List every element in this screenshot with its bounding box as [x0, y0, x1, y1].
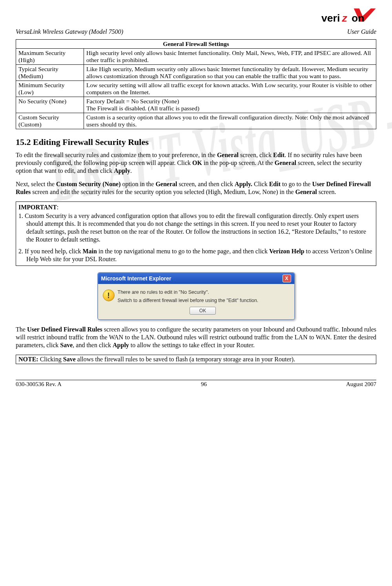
- section-para-1: To edit the firewall security rules and …: [16, 151, 376, 175]
- footer-center: 96: [201, 381, 207, 388]
- row-label: Maximum Security (High): [16, 49, 84, 65]
- text: to go to the: [281, 181, 312, 187]
- note-label: NOTE:: [18, 356, 38, 363]
- page-footer: 030-300536 Rev. A 96 August 2007: [16, 380, 376, 388]
- row-desc: Low security setting will allow all traf…: [84, 81, 376, 97]
- text: Next, select the: [16, 181, 56, 187]
- bold-text: Apply: [114, 167, 130, 174]
- row-label: No Security (None): [16, 97, 84, 113]
- ie-alert-dialog: Microsoft Internet Explorer X ! There ar…: [97, 272, 295, 320]
- row-desc: Custom is a security option that allows …: [84, 113, 376, 129]
- table-row: Minimum Security (Low) Low security sett…: [16, 81, 376, 97]
- firewall-settings-table: General Firewall Settings Maximum Securi…: [16, 39, 376, 129]
- row-desc: High security level only allows basic In…: [84, 49, 376, 65]
- text: The: [16, 326, 27, 333]
- bold-text: General: [155, 181, 177, 187]
- row-desc: Factory Default = No Security (None) The…: [84, 97, 376, 113]
- text: 2. If you need help, click: [18, 248, 83, 255]
- header-left: VersaLink Wireless Gateway (Model 7500): [16, 28, 123, 35]
- footer-left: 030-300536 Rev. A: [16, 381, 62, 388]
- bold-text: General: [275, 159, 296, 166]
- text: Clicking: [38, 356, 63, 363]
- table-row: Custom Security (Custom) Custom is a sec…: [16, 113, 376, 129]
- svg-text:on: on: [352, 12, 365, 24]
- close-icon[interactable]: X: [283, 275, 291, 282]
- text: .: [130, 167, 132, 174]
- section-para-2: Next, select the Custom Security (None) …: [16, 180, 376, 196]
- text: screen and edit the security rules for t…: [31, 189, 295, 195]
- text: , and then click: [73, 342, 113, 348]
- dialog-line-1: There are no rules to edit in "No Securi…: [118, 289, 288, 295]
- table-row: Typical Security (Medium) Like High secu…: [16, 65, 376, 81]
- verizon-logo: veri on z: [321, 8, 376, 24]
- bold-text: General: [295, 189, 317, 195]
- svg-text:veri: veri: [321, 12, 340, 24]
- svg-text:z: z: [342, 12, 348, 24]
- bold-text: Main: [83, 248, 97, 255]
- row-desc: Like High security, Medium security only…: [84, 65, 376, 81]
- footer-right: August 2007: [346, 381, 376, 388]
- dialog-titlebar: Microsoft Internet Explorer X: [98, 273, 294, 284]
- important-item-2: 2. If you need help, click Main in the t…: [18, 247, 374, 263]
- logo-row: veri on z: [16, 8, 376, 24]
- bold-text: Verizon Help: [269, 248, 304, 255]
- row-label: Typical Security (Medium): [16, 65, 84, 81]
- text: To edit the firewall security rules and …: [16, 152, 217, 158]
- row-label: Custom Security (Custom): [16, 113, 84, 129]
- row-label: Minimum Security (Low): [16, 81, 84, 97]
- bold-text: Edit: [273, 152, 284, 158]
- bold-text: OK: [192, 159, 202, 166]
- bold-text: User Defined Firewall Rules: [27, 326, 102, 333]
- header-right: User Guide: [347, 28, 376, 35]
- text: screen, click: [239, 152, 273, 158]
- ok-button[interactable]: OK: [190, 307, 216, 315]
- section-para-3: The User Defined Firewall Rules screen a…: [16, 326, 376, 349]
- warning-icon: !: [103, 289, 115, 301]
- text: screen.: [317, 189, 336, 195]
- dialog-line-2: Switch to a different firewall level bef…: [118, 298, 288, 304]
- text: screen, and then click: [177, 181, 235, 187]
- bold-text: Edit: [269, 181, 281, 187]
- bold-text: Apply.: [235, 181, 252, 187]
- text: in the top navigational menu to go to th…: [97, 248, 269, 255]
- table-title: General Firewall Settings: [16, 40, 376, 49]
- bold-text: General: [217, 152, 239, 158]
- bold-text: Save: [63, 356, 76, 363]
- bold-text: Custom Security (None): [56, 181, 120, 187]
- important-box: IMPORTANT: 1. Custom Security is a very …: [16, 201, 376, 266]
- bold-text: Save: [60, 342, 73, 348]
- dialog-title-text: Microsoft Internet Explorer: [101, 275, 171, 282]
- important-title: IMPORTANT: [18, 204, 57, 211]
- section-heading: 15.2 Editing Firewall Security Rules: [16, 137, 376, 147]
- text: in the pop-up screen. At the: [202, 159, 275, 166]
- text: Click: [252, 181, 269, 187]
- text: to allow the settings to take effect in …: [129, 342, 255, 348]
- table-row: Maximum Security (High) High security le…: [16, 49, 376, 65]
- important-item-1: 1. Custom Security is a very advanced co…: [18, 212, 374, 244]
- text: allows the firewall rules to be saved to…: [76, 356, 295, 363]
- note-box: NOTE: Clicking Save allows the firewall …: [16, 355, 376, 364]
- table-row: No Security (None) Factory Default = No …: [16, 97, 376, 113]
- text: option in the: [121, 181, 156, 187]
- bold-text: Apply: [113, 342, 129, 348]
- page-header: VersaLink Wireless Gateway (Model 7500) …: [16, 28, 376, 35]
